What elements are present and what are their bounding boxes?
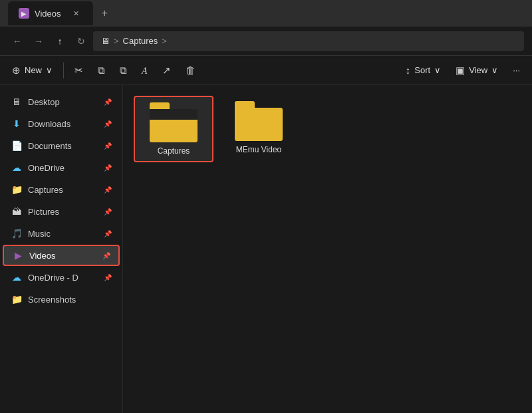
videos-pin-icon: 📌	[102, 252, 110, 259]
sidebar-item-onedrive-d[interactable]: ☁ OneDrive - D 📌	[3, 267, 120, 288]
sidebar-item-screenshots[interactable]: 📁 Screenshots	[3, 289, 120, 310]
sidebar-label-onedrive: OneDrive	[28, 163, 98, 173]
paste-icon: ⧉	[120, 65, 127, 76]
tab-app-icon: ▶	[19, 8, 29, 19]
downloads-icon: ⬇	[11, 118, 23, 130]
sidebar-label-documents: Documents	[28, 141, 98, 151]
sort-icon: ↕	[406, 65, 411, 76]
sidebar-label-pictures: Pictures	[28, 207, 98, 217]
memu-folder-body	[235, 108, 283, 141]
breadcrumb-sep2: >	[162, 36, 167, 46]
sort-button[interactable]: ↕ Sort ∨	[399, 60, 448, 81]
memu-folder-icon	[235, 101, 283, 141]
view-chevron: ∨	[491, 65, 498, 75]
sort-chevron: ∨	[434, 65, 441, 75]
new-label: New	[25, 65, 42, 75]
more-button[interactable]: ···	[506, 60, 527, 81]
onedrive-d-icon: ☁	[11, 271, 23, 283]
copy-icon: ⧉	[98, 65, 105, 76]
desktop-icon: 🖥	[11, 96, 23, 108]
captures-icon: 📁	[11, 184, 23, 196]
sidebar-label-screenshots: Screenshots	[28, 295, 112, 305]
rename-button[interactable]: 𝐴	[135, 60, 154, 81]
folder-memu-video[interactable]: MEmu Video	[219, 96, 299, 162]
tab-close-button[interactable]: ✕	[70, 7, 82, 19]
sidebar-item-documents[interactable]: 📄 Documents 📌	[3, 135, 120, 156]
sidebar-item-downloads[interactable]: ⬇ Downloads 📌	[3, 113, 120, 134]
toolbar-divider-1	[63, 63, 64, 78]
memu-folder-label: MEmu Video	[236, 145, 281, 154]
music-icon: 🎵	[11, 227, 23, 239]
sidebar-item-music[interactable]: 🎵 Music 📌	[3, 223, 120, 244]
sort-label: Sort	[414, 65, 430, 75]
back-button[interactable]: ←	[8, 32, 27, 51]
sidebar-label-onedrive-d: OneDrive - D	[28, 273, 98, 283]
onedrive-d-pin-icon: 📌	[104, 274, 112, 281]
sidebar: 🖥 Desktop 📌 ⬇ Downloads 📌 📄 Documents 📌 …	[0, 85, 123, 413]
new-chevron: ∨	[46, 65, 53, 75]
sidebar-item-onedrive[interactable]: ☁ OneDrive 📌	[3, 157, 120, 178]
onedrive-icon: ☁	[11, 162, 23, 174]
sidebar-item-videos[interactable]: ▶ Videos 📌	[3, 245, 120, 266]
toolbar: ⊕ New ∨ ✂ ⧉ ⧉ 𝐴 ↗ 🗑 ↕ Sort ∨ ▣ View ∨ ··…	[0, 56, 532, 85]
new-icon: ⊕	[12, 65, 21, 76]
screenshots-icon: 📁	[11, 293, 23, 305]
file-content: Captures MEmu Video	[123, 85, 532, 413]
sidebar-label-desktop: Desktop	[28, 97, 98, 107]
desktop-pin-icon: 📌	[104, 98, 112, 106]
cut-button[interactable]: ✂	[68, 60, 90, 81]
copy-button[interactable]: ⧉	[91, 60, 112, 81]
downloads-pin-icon: 📌	[104, 120, 112, 128]
refresh-button[interactable]: ↻	[72, 32, 90, 51]
new-button[interactable]: ⊕ New ∨	[5, 60, 59, 81]
title-bar: ▶ Videos ✕ +	[0, 0, 532, 27]
breadcrumb[interactable]: 🖥 > Captures >	[93, 31, 524, 51]
breadcrumb-videos: Captures	[123, 36, 158, 46]
view-label: View	[469, 65, 487, 75]
pictures-icon: 🏔	[11, 206, 23, 217]
documents-pin-icon: 📌	[104, 142, 112, 150]
sidebar-item-captures[interactable]: 📁 Captures 📌	[3, 179, 120, 200]
captures-folder-icon	[150, 102, 198, 142]
videos-icon: ▶	[12, 249, 24, 261]
documents-icon: 📄	[11, 140, 23, 152]
music-pin-icon: 📌	[104, 230, 112, 237]
new-tab-button[interactable]: +	[96, 4, 114, 23]
cut-icon: ✂	[74, 65, 83, 76]
sidebar-item-pictures[interactable]: 🏔 Pictures 📌	[3, 201, 120, 222]
forward-button[interactable]: →	[29, 32, 48, 51]
folder-captures[interactable]: Captures	[134, 96, 213, 162]
rename-icon: 𝐴	[142, 65, 148, 76]
breadcrumb-sep1: >	[114, 36, 119, 46]
active-tab[interactable]: ▶ Videos ✕	[8, 1, 93, 25]
more-icon: ···	[513, 65, 520, 75]
up-button[interactable]: ↑	[51, 32, 69, 51]
folder-dark-band	[150, 109, 198, 120]
delete-icon: 🗑	[186, 65, 196, 76]
sidebar-label-downloads: Downloads	[28, 119, 98, 129]
tab-area: ▶ Videos ✕ +	[8, 1, 524, 25]
paste-button[interactable]: ⧉	[113, 60, 134, 81]
view-button[interactable]: ▣ View ∨	[449, 60, 505, 81]
share-button[interactable]: ↗	[156, 60, 178, 81]
sidebar-label-music: Music	[28, 229, 98, 239]
captures-pin-icon: 📌	[104, 186, 112, 194]
computer-icon: 🖥	[101, 36, 110, 46]
sidebar-label-videos: Videos	[29, 251, 97, 261]
sidebar-item-desktop[interactable]: 🖥 Desktop 📌	[3, 91, 120, 112]
main-area: 🖥 Desktop 📌 ⬇ Downloads 📌 📄 Documents 📌 …	[0, 85, 532, 413]
captures-folder-label: Captures	[158, 146, 190, 156]
onedrive-pin-icon: 📌	[104, 164, 112, 172]
view-icon: ▣	[456, 65, 465, 76]
pictures-pin-icon: 📌	[104, 208, 112, 215]
share-icon: ↗	[162, 65, 171, 76]
sidebar-label-captures: Captures	[28, 185, 98, 195]
delete-button[interactable]: 🗑	[179, 60, 202, 81]
tab-label: Videos	[35, 9, 61, 19]
nav-bar: ← → ↑ ↻ 🖥 > Captures >	[0, 27, 532, 56]
